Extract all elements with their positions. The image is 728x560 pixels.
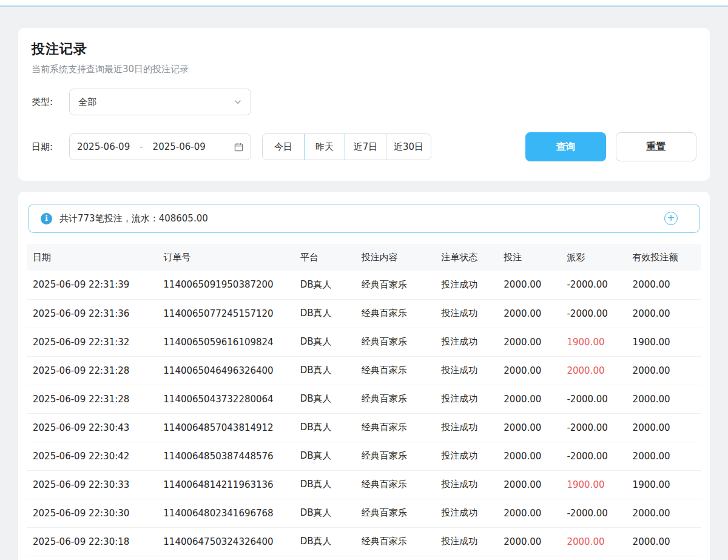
- cell-content: 经典百家乐: [356, 527, 435, 556]
- header-date: 日期: [27, 244, 157, 271]
- quick-range-button[interactable]: 今日: [263, 134, 304, 160]
- cell-payout: 1900.00: [561, 470, 626, 499]
- cell-content: 经典百家乐: [356, 328, 435, 356]
- cell-status: 投注成功: [435, 413, 497, 442]
- cell-order: 1140065059616109824: [157, 328, 294, 356]
- cell-bet: 2000.00: [497, 299, 561, 328]
- header-valid: 有效投注额: [627, 244, 701, 271]
- summary-text: 共计773笔投注，流水：408605.00: [59, 213, 208, 224]
- cell-order: 1140065046496326400: [157, 356, 294, 385]
- cell-platform: DB真人: [294, 385, 356, 413]
- header-bet: 投注: [497, 244, 561, 271]
- cell-date: 2025-06-09 22:31:28: [27, 356, 157, 385]
- cell-platform: DB真人: [294, 499, 356, 527]
- cell-bet: 2000.00: [497, 328, 561, 356]
- cell-payout: -2000.00: [561, 299, 626, 328]
- page-title: 投注记录: [32, 40, 696, 58]
- chevron-down-icon: [234, 98, 242, 106]
- calendar-icon: [234, 143, 243, 152]
- cell-payout: -2000.00: [561, 442, 626, 470]
- cell-status: 投注成功: [435, 499, 497, 527]
- cell-order: 1140064802341696768: [157, 499, 294, 527]
- page-body: 投注记录 当前系统支持查询最近30日的投注记录 类型: 全部 日期: 2025-…: [0, 7, 728, 560]
- cell-date: 2025-06-09 22:30:33: [27, 470, 157, 499]
- cell-platform: DB真人: [294, 299, 356, 328]
- quick-range-button[interactable]: 近7日: [345, 134, 386, 160]
- header-status: 注单状态: [435, 244, 497, 271]
- cell-content: 经典百家乐: [356, 442, 435, 470]
- cell-valid: 2000.00: [627, 385, 701, 413]
- date-separator: -: [140, 141, 143, 152]
- date-range-input[interactable]: 2025-06-09 - 2025-06-09: [69, 133, 251, 160]
- cell-status: 投注成功: [435, 356, 497, 385]
- cell-valid: 2000.00: [627, 299, 701, 328]
- cell-order: 1140064850387448576: [157, 442, 294, 470]
- header-order: 订单号: [157, 244, 294, 271]
- cell-platform: DB真人: [294, 413, 356, 442]
- cell-valid: 2000.00: [627, 527, 701, 556]
- bet-records-table: 日期 订单号 平台 投注内容 注单状态 投注 派彩 有效投注额 2025-06-…: [27, 244, 701, 556]
- table-row: 2025-06-09 22:31:32 1140065059616109824 …: [27, 328, 701, 356]
- cell-content: 经典百家乐: [356, 385, 435, 413]
- results-card: i 共计773笔投注，流水：408605.00 + 日期 订单号 平台 投注内容…: [18, 192, 710, 560]
- table-row: 2025-06-09 22:30:42 1140064850387448576 …: [27, 442, 701, 470]
- cell-platform: DB真人: [294, 470, 356, 499]
- cell-date: 2025-06-09 22:30:43: [27, 413, 157, 442]
- cell-valid: 2000.00: [627, 442, 701, 470]
- info-icon: i: [41, 213, 52, 224]
- quick-range-button[interactable]: 近30日: [386, 134, 431, 160]
- cell-status: 投注成功: [435, 385, 497, 413]
- table-row: 2025-06-09 22:31:28 1140065043732280064 …: [27, 385, 701, 413]
- cell-date: 2025-06-09 22:30:30: [27, 499, 157, 527]
- table-row: 2025-06-09 22:31:28 1140065046496326400 …: [27, 356, 701, 385]
- cell-content: 经典百家乐: [356, 470, 435, 499]
- table-header-row: 日期 订单号 平台 投注内容 注单状态 投注 派彩 有效投注额: [27, 244, 701, 271]
- cell-order: 1140065077245157120: [157, 299, 294, 328]
- summary-bar: i 共计773笔投注，流水：408605.00 +: [28, 204, 700, 233]
- cell-valid: 2000.00: [627, 499, 701, 527]
- type-select-value: 全部: [78, 96, 234, 108]
- cell-platform: DB真人: [294, 328, 356, 356]
- cell-status: 投注成功: [435, 442, 497, 470]
- cell-platform: DB真人: [294, 356, 356, 385]
- type-label: 类型:: [32, 96, 59, 108]
- cell-bet: 2000.00: [497, 470, 561, 499]
- cell-status: 投注成功: [435, 470, 497, 499]
- quick-range-button[interactable]: 昨天: [304, 133, 345, 160]
- expand-plus-icon[interactable]: +: [664, 212, 678, 225]
- cell-bet: 2000.00: [497, 499, 561, 527]
- filter-card: 投注记录 当前系统支持查询最近30日的投注记录 类型: 全部 日期: 2025-…: [18, 28, 710, 181]
- quick-range-group: 今日昨天近7日近30日: [262, 133, 431, 160]
- cell-order: 1140065043732280064: [157, 385, 294, 413]
- type-select[interactable]: 全部: [69, 89, 251, 115]
- header-payout: 派彩: [561, 244, 626, 271]
- header-platform: 平台: [294, 244, 356, 271]
- cell-valid: 2000.00: [627, 356, 701, 385]
- cell-bet: 2000.00: [497, 413, 561, 442]
- date-filter-row: 日期: 2025-06-09 - 2025-06-09 今日昨天近7日近30日 …: [32, 132, 696, 161]
- cell-platform: DB真人: [294, 271, 356, 299]
- table-row: 2025-06-09 22:31:36 1140065077245157120 …: [27, 299, 701, 328]
- cell-valid: 1900.00: [627, 328, 701, 356]
- cell-date: 2025-06-09 22:30:42: [27, 442, 157, 470]
- cell-bet: 2000.00: [497, 271, 561, 299]
- cell-bet: 2000.00: [497, 527, 561, 556]
- cell-date: 2025-06-09 22:30:18: [27, 527, 157, 556]
- cell-bet: 2000.00: [497, 356, 561, 385]
- table-row: 2025-06-09 22:31:39 1140065091950387200 …: [27, 271, 701, 299]
- cell-order: 1140065091950387200: [157, 271, 294, 299]
- top-divider: [0, 0, 728, 7]
- cell-bet: 2000.00: [497, 442, 561, 470]
- cell-content: 经典百家乐: [356, 356, 435, 385]
- cell-payout: -2000.00: [561, 413, 626, 442]
- date-start-value: 2025-06-09: [77, 141, 130, 152]
- cell-valid: 2000.00: [627, 413, 701, 442]
- query-button[interactable]: 查询: [525, 132, 606, 161]
- cell-order: 1140064750324326400: [157, 527, 294, 556]
- cell-order: 1140064814211963136: [157, 470, 294, 499]
- header-content: 投注内容: [356, 244, 435, 271]
- cell-date: 2025-06-09 22:31:28: [27, 385, 157, 413]
- reset-button[interactable]: 重置: [616, 132, 696, 161]
- cell-content: 经典百家乐: [356, 271, 435, 299]
- cell-date: 2025-06-09 22:31:36: [27, 299, 157, 328]
